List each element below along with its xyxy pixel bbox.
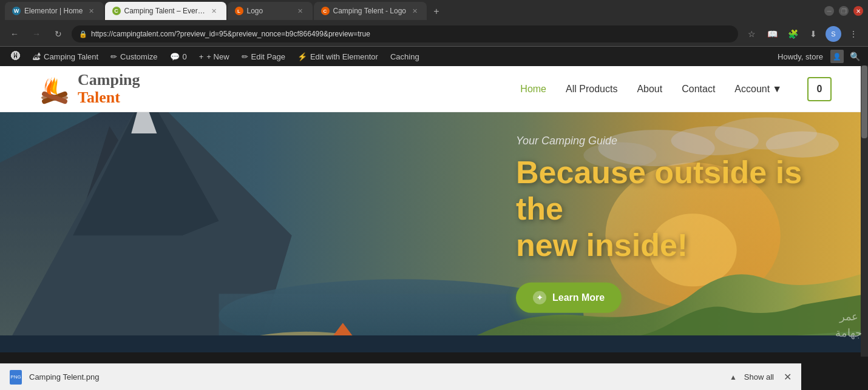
tab2-close[interactable]: ✕ <box>209 6 219 16</box>
learn-more-label: Learn More <box>552 292 605 303</box>
tab4-title: Camping Telent - Logo <box>333 7 407 15</box>
tab1-title: Elementor | Home <box>24 7 83 15</box>
wp-caching-item[interactable]: Caching <box>384 47 426 66</box>
show-all-button[interactable]: Show all <box>744 372 774 382</box>
download-bar: PNG Camping Telent.png ▲ Show all ✕ <box>0 363 801 390</box>
tab4-favicon: C <box>321 7 330 15</box>
arabic-watermark: عمر جهامة <box>835 309 862 341</box>
caching-label: Caching <box>390 52 419 61</box>
nav-account[interactable]: Account ▼ <box>734 84 782 95</box>
extensions-button[interactable]: 🧩 <box>784 25 801 42</box>
reading-list-button[interactable]: 📖 <box>764 25 781 42</box>
arabic-line2: جهامة <box>835 325 862 341</box>
wp-site-name-label: Camping Talent <box>44 52 98 61</box>
nav-home[interactable]: Home <box>520 84 546 95</box>
wp-comments-item[interactable]: 💬 0 <box>164 47 193 66</box>
address-text: https://campingtalent.com/?preview_id=95… <box>91 30 731 38</box>
hero-subtitle: Your Camping Guide <box>516 135 819 147</box>
wp-admin-bar: 🅦 🏕 Camping Talent ✏ Customize 💬 0 + + N… <box>0 47 868 66</box>
account-chevron-icon: ▼ <box>772 84 782 95</box>
wp-admin-bar-right: Howdy, store 👤 🔍 <box>773 48 863 65</box>
comments-icon: 💬 <box>170 52 180 61</box>
new-icon: + <box>199 52 204 61</box>
edit-page-label: Edit Page <box>251 52 285 61</box>
download-close-button[interactable]: ✕ <box>784 371 792 383</box>
tab2-title: Camping Talent – Everything yo... <box>124 7 206 15</box>
tab4-close[interactable]: ✕ <box>410 6 419 16</box>
tab1-close[interactable]: ✕ <box>87 6 97 16</box>
address-bar-row: ← → ↻ 🔒 https://campingtalent.com/?previ… <box>0 22 868 46</box>
download-actions: Show all ✕ <box>744 371 792 383</box>
download-expand-button[interactable]: ▲ <box>730 373 737 382</box>
scrollbar-thumb[interactable] <box>861 66 867 138</box>
hero-section: Your Camping Guide Because outside is th… <box>0 112 868 335</box>
window-controls: ─ ❒ ✕ <box>824 6 863 16</box>
account-label: Account <box>734 84 770 95</box>
arabic-line1: عمر <box>835 309 862 325</box>
browser-tab-4[interactable]: C Camping Telent - Logo ✕ <box>314 2 427 20</box>
website-content: Camping Talent Home All Products About C… <box>0 66 868 352</box>
nav-contact[interactable]: Contact <box>682 84 715 95</box>
site-navigation: Home All Products About Contact Account … <box>520 77 832 101</box>
browser-actions: ☆ 📖 🧩 ⬇ S ⋮ <box>743 25 862 42</box>
elementor-icon: ⚡ <box>297 52 307 61</box>
address-field[interactable]: 🔒 https://campingtalent.com/?preview_id=… <box>72 25 738 42</box>
howdy-text: Howdy, store <box>773 52 828 61</box>
tab3-close[interactable]: ✕ <box>296 6 305 16</box>
hero-title-line1: Because outside is the <box>516 155 802 226</box>
nav-about[interactable]: About <box>637 84 662 95</box>
new-label: + New <box>206 52 229 61</box>
customize-icon: ✏ <box>110 52 117 61</box>
wp-customize-item[interactable]: ✏ Customize <box>104 47 163 66</box>
customize-label: Customize <box>120 52 157 61</box>
close-window-button[interactable]: ✕ <box>853 6 863 16</box>
download-file-icon: PNG <box>10 370 22 385</box>
wp-site-icon: 🏕 <box>33 52 41 61</box>
bookmarks-star-button[interactable]: ☆ <box>743 25 760 42</box>
tab-group: W Elementor | Home ✕ C Camping Talent – … <box>5 2 817 20</box>
wp-logo-item[interactable]: 🅦 <box>5 47 27 66</box>
hero-title-line2: new inside! <box>516 227 688 262</box>
logo-campfire-icon <box>36 71 73 107</box>
edit-page-icon: ✏ <box>242 52 248 61</box>
minimize-button[interactable]: ─ <box>824 6 834 16</box>
browser-tab-3[interactable]: L Logo ✕ <box>228 2 313 20</box>
logo-text: Camping Talent <box>78 72 140 106</box>
user-icon: 👤 <box>833 53 841 61</box>
wp-icon: 🅦 <box>11 51 21 62</box>
new-tab-button[interactable]: + <box>428 3 445 20</box>
browser-tab-2[interactable]: C Camping Talent – Everything yo... ✕ <box>105 2 226 20</box>
wp-search-button[interactable]: 🔍 <box>846 48 863 65</box>
hero-title: Because outside is the new inside! <box>516 155 819 263</box>
hero-content: Your Camping Guide Because outside is th… <box>516 135 819 313</box>
downloads-icon[interactable]: ⬇ <box>805 25 822 42</box>
reload-button[interactable]: ↻ <box>50 25 67 42</box>
site-header: Camping Talent Home All Products About C… <box>0 66 868 112</box>
wp-site-name-item[interactable]: 🏕 Camping Talent <box>27 47 104 66</box>
browser-tab-1[interactable]: W Elementor | Home ✕ <box>5 2 104 20</box>
site-logo[interactable]: Camping Talent <box>36 71 140 107</box>
tab3-favicon: L <box>235 7 243 15</box>
restore-button[interactable]: ❒ <box>839 6 849 16</box>
forward-button[interactable]: → <box>28 25 45 42</box>
cart-button[interactable]: 0 <box>807 77 832 101</box>
download-filename: Camping Telent.png <box>29 372 722 382</box>
wp-user-avatar[interactable]: 👤 <box>830 50 844 63</box>
tab1-favicon: W <box>12 7 21 15</box>
more-options-button[interactable]: ⋮ <box>845 25 862 42</box>
back-button[interactable]: ← <box>6 25 23 42</box>
learn-more-icon: ✦ <box>533 291 546 304</box>
elementor-label: Edit with Elementor <box>310 52 378 61</box>
tab3-title: Logo <box>247 7 292 15</box>
profile-avatar[interactable]: S <box>826 26 841 42</box>
learn-more-button[interactable]: ✦ Learn More <box>516 283 622 313</box>
wp-new-item[interactable]: + + New <box>193 47 236 66</box>
wp-edit-elementor-item[interactable]: ⚡ Edit with Elementor <box>291 47 384 66</box>
nav-all-products[interactable]: All Products <box>566 84 617 95</box>
ssl-lock-icon: 🔒 <box>79 30 87 38</box>
wp-edit-page-item[interactable]: ✏ Edit Page <box>236 47 291 66</box>
tab2-favicon: C <box>112 7 121 15</box>
cart-count: 0 <box>817 84 822 95</box>
browser-chrome: W Elementor | Home ✕ C Camping Talent – … <box>0 0 868 47</box>
comments-count: 0 <box>183 52 187 61</box>
